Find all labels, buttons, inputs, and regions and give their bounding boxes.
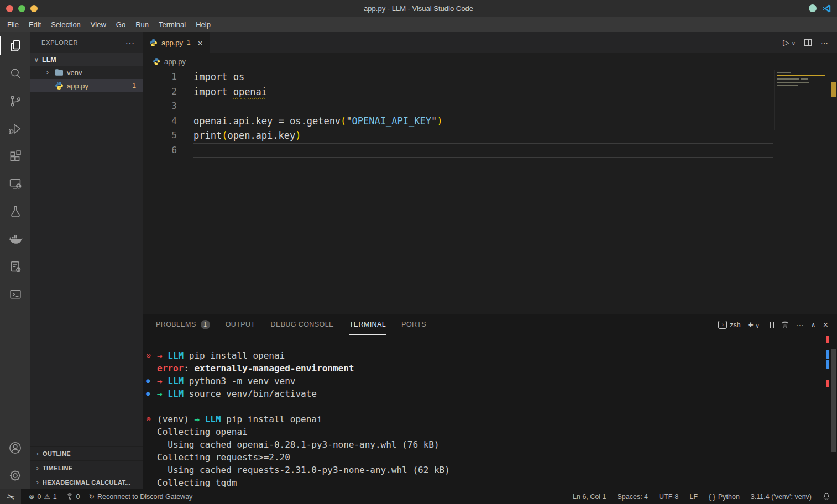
- code-text[interactable]: openai.api.key = os.getenv("OPENAI_API_K…: [193, 114, 773, 129]
- code-settings-icon[interactable]: [0, 253, 30, 281]
- terminal-line: Collecting requests>=2.20: [146, 451, 837, 464]
- menu-file[interactable]: File: [2, 20, 24, 29]
- menu-selection[interactable]: Selection: [46, 20, 85, 29]
- split-terminal-icon[interactable]: [767, 322, 774, 328]
- new-terminal-button[interactable]: + ∨: [748, 319, 760, 330]
- notifications-bell-icon[interactable]: [823, 492, 830, 501]
- sidebar-section-timeline[interactable]: › TIMELINE: [30, 460, 143, 475]
- sidebar-item-app-py[interactable]: app.py 1: [30, 79, 143, 92]
- terminal-line: Using cached openai-0.28.1-py3-none-any.…: [146, 438, 837, 451]
- line-number: 4: [143, 114, 177, 129]
- close-tab-icon[interactable]: ×: [198, 38, 203, 48]
- sidebar-title: EXPLORER: [41, 39, 78, 46]
- error-count: 0: [37, 493, 41, 501]
- terminal-line: ●→ LLM source venv/bin/activate: [146, 387, 837, 400]
- terminal-line: ●→ LLM python3 -m venv venv: [146, 375, 837, 387]
- code-text[interactable]: import os: [193, 70, 773, 85]
- code-line-3[interactable]: 3: [143, 99, 837, 114]
- docker-icon[interactable]: [0, 225, 30, 253]
- warning-marker: [831, 82, 836, 97]
- terminal-gutter: [146, 476, 157, 489]
- menu-go[interactable]: Go: [111, 20, 130, 29]
- settings-gear-icon[interactable]: [0, 461, 30, 489]
- sidebar-more-actions-icon[interactable]: ···: [125, 38, 135, 47]
- code-line-6[interactable]: 6: [143, 143, 837, 158]
- run-python-file-button[interactable]: ▷ ∨: [783, 38, 796, 48]
- tab-problems[interactable]: PROBLEMS 1: [156, 314, 210, 335]
- menu-view[interactable]: View: [86, 20, 111, 29]
- command-failed-icon[interactable]: ⊗: [146, 413, 157, 426]
- explorer-icon[interactable]: [0, 32, 30, 60]
- menu-edit[interactable]: Edit: [24, 20, 46, 29]
- tab-debug-console[interactable]: DEBUG CONSOLE: [270, 314, 333, 335]
- menubar-status-icons: [809, 4, 831, 13]
- code-text[interactable]: [193, 99, 773, 114]
- panel-tab-label: OUTPUT: [226, 321, 255, 328]
- search-icon[interactable]: [0, 60, 30, 87]
- python-file-icon: [55, 81, 64, 90]
- close-panel-icon[interactable]: ×: [823, 320, 828, 330]
- remote-indicator[interactable]: ><: [0, 489, 21, 504]
- accounts-icon[interactable]: [0, 434, 30, 461]
- python-interpreter[interactable]: 3.11.4 ('venv': venv): [751, 493, 812, 501]
- panel-more-actions-icon[interactable]: ···: [796, 321, 804, 329]
- command-success-icon[interactable]: ●: [146, 375, 157, 387]
- sidebar-section-outline[interactable]: › OUTLINE: [30, 446, 143, 460]
- status-dot-icon[interactable]: [809, 4, 817, 12]
- chevron-right-icon: ›: [34, 464, 41, 472]
- code-line-4[interactable]: 4openai.api.key = os.getenv("OPENAI_API_…: [143, 114, 837, 129]
- problems-badge: 1: [201, 320, 210, 329]
- language-mode[interactable]: { } Python: [709, 493, 740, 501]
- code-line-5[interactable]: 5print(open.api.key): [143, 128, 837, 143]
- cursor-position[interactable]: Ln 6, Col 1: [573, 493, 606, 501]
- code-text[interactable]: print(open.api.key): [193, 128, 773, 143]
- terminal-panel-icon[interactable]: [0, 281, 30, 308]
- terminal-line: [146, 400, 837, 413]
- menu-run[interactable]: Run: [130, 20, 154, 29]
- title-bar: app.py - LLM - Visual Studio Code: [0, 0, 837, 17]
- sidebar-item-venv[interactable]: › venv: [30, 66, 143, 79]
- code-line-1[interactable]: 1import os: [143, 70, 837, 85]
- extensions-icon[interactable]: [0, 143, 30, 170]
- terminal-output[interactable]: ⊗→ LLM pip install openaierror: external…: [143, 335, 837, 489]
- breadcrumb[interactable]: app.py: [143, 53, 837, 70]
- command-success-icon[interactable]: ●: [146, 387, 157, 400]
- eol-setting[interactable]: LF: [690, 493, 698, 501]
- terminal-scrollbar[interactable]: [831, 349, 836, 452]
- code-line-2[interactable]: 2import openai: [143, 85, 837, 99]
- tab-app-py[interactable]: app.py 1 ×: [143, 32, 210, 53]
- minimap[interactable]: [774, 70, 829, 130]
- active-shell-chip[interactable]: › zsh: [718, 321, 740, 329]
- tab-terminal[interactable]: TERMINAL: [349, 314, 386, 335]
- sidebar-item-root-llm[interactable]: ∨ LLM: [30, 53, 143, 66]
- source-control-icon[interactable]: [0, 87, 30, 115]
- split-editor-icon[interactable]: [804, 39, 812, 46]
- indentation-setting[interactable]: Spaces: 4: [617, 493, 648, 501]
- code-editor[interactable]: 1import os2import openai34openai.api.key…: [143, 70, 837, 314]
- menu-terminal[interactable]: Terminal: [154, 20, 191, 29]
- shell-label: zsh: [730, 321, 740, 329]
- maximize-panel-icon[interactable]: ∧: [811, 321, 816, 329]
- chevron-right-icon: ›: [34, 450, 41, 458]
- command-failed-icon[interactable]: ⊗: [146, 349, 157, 362]
- tab-output[interactable]: OUTPUT: [226, 314, 255, 335]
- vscode-logo-icon[interactable]: [822, 4, 831, 13]
- discord-reconnect-status[interactable]: ↻ Reconnect to Discord Gateway: [89, 492, 193, 501]
- kill-terminal-trash-icon[interactable]: [781, 321, 789, 329]
- code-text[interactable]: [193, 143, 773, 158]
- problems-status[interactable]: ⊗ 0 ⚠ 1: [29, 492, 57, 501]
- tab-ports[interactable]: PORTS: [401, 314, 426, 335]
- warning-triangle-icon: ⚠: [44, 492, 50, 501]
- ports-status[interactable]: 0: [66, 493, 80, 501]
- remote-explorer-icon[interactable]: [0, 170, 30, 198]
- encoding-setting[interactable]: UTF-8: [659, 493, 678, 501]
- code-text[interactable]: import openai: [193, 85, 773, 99]
- breadcrumb-file[interactable]: app.py: [164, 57, 186, 66]
- editor-more-actions-icon[interactable]: ···: [820, 38, 828, 47]
- refresh-icon: ↻: [89, 492, 95, 501]
- overview-ruler[interactable]: [829, 70, 837, 314]
- run-debug-icon[interactable]: [0, 115, 30, 143]
- testing-flask-icon[interactable]: [0, 198, 30, 225]
- sidebar-section-hexadecimal[interactable]: › HEXADECIMAL CALCULAT...: [30, 475, 143, 489]
- menu-help[interactable]: Help: [191, 20, 216, 29]
